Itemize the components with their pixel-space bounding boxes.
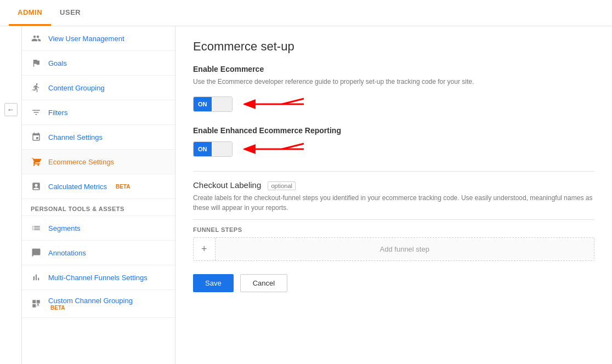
checkout-labeling-title: Checkout Labeling optional [193, 180, 594, 190]
sidebar-item-multi-channel[interactable]: Multi-Channel Funnels Settings [22, 265, 175, 290]
sidebar-label-custom-channel: Custom Channel Grouping BETA [48, 297, 133, 311]
sidebar-label-calculated-metrics: Calculated Metrics [48, 183, 107, 191]
tab-admin[interactable]: ADMIN [9, 1, 51, 26]
sidebar-item-channel-settings[interactable]: Channel Settings [22, 125, 175, 150]
tab-user[interactable]: USER [51, 1, 89, 26]
funnel-steps-label: FUNNEL STEPS [193, 219, 594, 233]
custom-channel-beta-badge: BETA [50, 305, 133, 311]
person-icon [31, 82, 42, 93]
calc-icon [31, 181, 42, 192]
sidebar-item-goals[interactable]: Goals [22, 51, 175, 76]
enable-ecommerce-toggle[interactable]: ON [193, 96, 233, 112]
sidebar: View User Management Goals Content Group… [22, 26, 175, 364]
sidebar-label-goals: Goals [48, 59, 67, 67]
cart-icon [31, 156, 42, 167]
sidebar-item-segments[interactable]: Segments [22, 216, 175, 241]
enable-ecommerce-desc: Use the Ecommerce developer reference gu… [193, 77, 594, 87]
red-arrow-1 [243, 93, 309, 115]
enable-ecommerce-title: Enable Ecommerce [193, 65, 594, 73]
enable-enhanced-toggle-row: ON [193, 138, 594, 160]
enable-enhanced-title: Enable Enhanced Ecommerce Reporting [193, 126, 594, 135]
filter-icon [31, 107, 42, 118]
sidebar-label-content-grouping: Content Grouping [48, 84, 105, 92]
enable-ecommerce-toggle-row: ON [193, 93, 594, 115]
add-funnel-button[interactable]: Add funnel step [216, 240, 594, 259]
main-content: Ecommerce set-up Enable Ecommerce Use th… [175, 26, 612, 364]
sidebar-label-filters: Filters [48, 109, 67, 117]
sidebar-item-ecommerce-settings[interactable]: Ecommerce Settings [22, 150, 175, 174]
page-title: Ecommerce set-up [193, 39, 594, 54]
sidebar-label-channel-settings: Channel Settings [48, 133, 103, 141]
red-arrow-2 [243, 138, 309, 160]
optional-badge: optional [268, 181, 296, 190]
sidebar-item-view-user-management[interactable]: View User Management [22, 26, 175, 51]
checkout-labeling-section: Checkout Labeling optional Create labels… [193, 171, 594, 261]
sidebar-label-multi-channel: Multi-Channel Funnels Settings [48, 274, 148, 282]
top-tabs: ADMIN USER [0, 0, 612, 26]
sidebar-item-annotations[interactable]: Annotations [22, 241, 175, 265]
sidebar-item-calculated-metrics[interactable]: Calculated Metrics BETA [22, 174, 175, 199]
toggle-on-label: ON [194, 97, 212, 111]
channel-icon [31, 132, 42, 143]
cancel-button[interactable]: Cancel [240, 274, 287, 292]
sidebar-label-annotations: Annotations [48, 249, 86, 257]
segments-icon [31, 223, 42, 234]
add-funnel-row: + Add funnel step [193, 237, 594, 261]
chart-icon [31, 272, 42, 283]
checkout-labeling-desc: Create labels for the checkout-funnel st… [193, 193, 594, 213]
add-funnel-plus[interactable]: + [194, 238, 216, 260]
toggle-off-side [212, 97, 233, 111]
sidebar-item-filters[interactable]: Filters [22, 100, 175, 125]
custom-channel-icon [31, 298, 42, 309]
sidebar-label-view-user-management: View User Management [48, 35, 124, 43]
toggle-on-label-2: ON [194, 142, 212, 156]
sidebar-collapse: ← [0, 26, 22, 364]
collapse-arrow-button[interactable]: ← [4, 103, 18, 116]
save-button[interactable]: Save [193, 274, 234, 292]
sidebar-label-ecommerce-settings: Ecommerce Settings [48, 158, 114, 166]
flag-icon [31, 58, 42, 69]
sidebar-item-content-grouping[interactable]: Content Grouping [22, 76, 175, 100]
enable-enhanced-toggle[interactable]: ON [193, 141, 233, 157]
annotations-icon [31, 247, 42, 258]
calculated-metrics-beta-badge: BETA [116, 184, 130, 190]
toggle-off-side-2 [212, 142, 233, 156]
action-buttons: Save Cancel [193, 274, 594, 292]
personal-tools-header: PERSONAL TOOLS & ASSETS [22, 199, 175, 216]
sidebar-label-segments: Segments [48, 224, 81, 232]
sidebar-item-custom-channel[interactable]: Custom Channel Grouping BETA [22, 290, 175, 318]
users-icon [31, 33, 42, 44]
